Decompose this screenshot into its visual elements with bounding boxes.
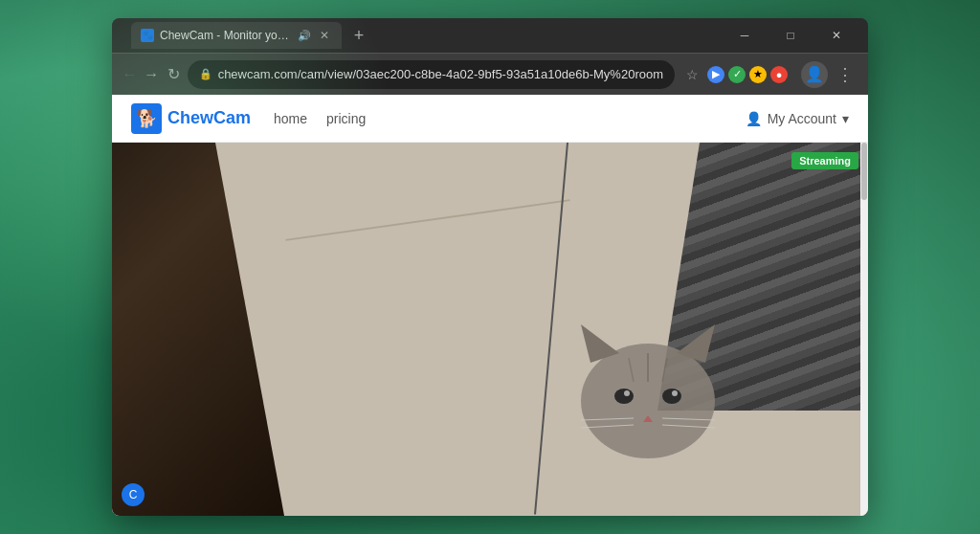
webpage-content: 🐕 ChewCam home pricing 👤 My Account ▾ bbox=[112, 95, 868, 516]
chrome-indicator-blue: ▶ bbox=[707, 66, 724, 83]
reload-button[interactable]: ↻ bbox=[166, 61, 182, 88]
tab-bar: 🐾 ChewCam - Monitor your p 🔊 ✕ + bbox=[122, 22, 715, 49]
scrollbar-thumb[interactable] bbox=[861, 143, 867, 200]
profile-button[interactable]: 👤 bbox=[801, 61, 828, 88]
tab-title: ChewCam - Monitor your p bbox=[160, 29, 292, 42]
video-area: Streaming C bbox=[112, 143, 868, 516]
account-chevron-icon: ▾ bbox=[842, 111, 849, 126]
tab-audio-icon: 🔊 bbox=[298, 30, 311, 42]
chrome-indicator-red: ● bbox=[770, 66, 788, 83]
browser-menu-button[interactable]: ⋮ bbox=[832, 61, 858, 88]
window-controls: ─ □ ✕ bbox=[723, 18, 858, 53]
address-bar: ← → ↻ 🔒 chewcam.com/cam/view/03aec200-c8… bbox=[112, 53, 868, 95]
forward-button[interactable]: → bbox=[144, 61, 160, 88]
chrome-indicator-yellow: ★ bbox=[749, 66, 767, 83]
lock-icon: 🔒 bbox=[199, 68, 212, 80]
back-button[interactable]: ← bbox=[122, 61, 138, 88]
maximize-button[interactable]: □ bbox=[768, 18, 813, 53]
title-bar: 🐾 ChewCam - Monitor your p 🔊 ✕ + ─ □ bbox=[112, 18, 868, 53]
close-button[interactable]: ✕ bbox=[814, 18, 858, 53]
url-text: chewcam.com/cam/view/03aec200-c8be-4a02-… bbox=[218, 67, 663, 81]
site-logo[interactable]: 🐕 ChewCam bbox=[131, 103, 251, 134]
account-label: My Account bbox=[768, 111, 836, 126]
account-menu[interactable]: 👤 My Account ▾ bbox=[746, 111, 849, 126]
bookmark-star-button[interactable]: ☆ bbox=[680, 63, 703, 86]
address-bar-actions: ☆ ▶ ✓ ★ ● 👤 ⋮ bbox=[680, 61, 858, 88]
new-tab-button[interactable]: + bbox=[345, 22, 372, 49]
address-input-container[interactable]: 🔒 chewcam.com/cam/view/03aec200-c8be-4a0… bbox=[188, 60, 675, 89]
scrollbar[interactable] bbox=[860, 143, 868, 516]
minimize-button[interactable]: ─ bbox=[723, 18, 767, 53]
camera-feed: Streaming C bbox=[112, 143, 868, 516]
browser-window: 🐾 ChewCam - Monitor your p 🔊 ✕ + ─ □ bbox=[112, 18, 868, 516]
tab-favicon: 🐾 bbox=[141, 29, 154, 42]
logo-text: ChewCam bbox=[167, 108, 251, 128]
account-icon: 👤 bbox=[746, 111, 762, 126]
active-tab[interactable]: 🐾 ChewCam - Monitor your p 🔊 ✕ bbox=[131, 22, 342, 49]
logo-icon: 🐕 bbox=[131, 103, 162, 134]
nav-link-home[interactable]: home bbox=[274, 111, 307, 126]
site-nav-links: home pricing bbox=[274, 111, 366, 126]
chrome-indicator-green: ✓ bbox=[728, 66, 746, 83]
tab-close-button[interactable]: ✕ bbox=[317, 28, 332, 43]
site-navbar: 🐕 ChewCam home pricing 👤 My Account ▾ bbox=[112, 95, 868, 143]
streaming-badge: Streaming bbox=[791, 152, 858, 169]
scroll-indicator: C bbox=[122, 483, 145, 506]
nav-link-pricing[interactable]: pricing bbox=[326, 111, 366, 126]
